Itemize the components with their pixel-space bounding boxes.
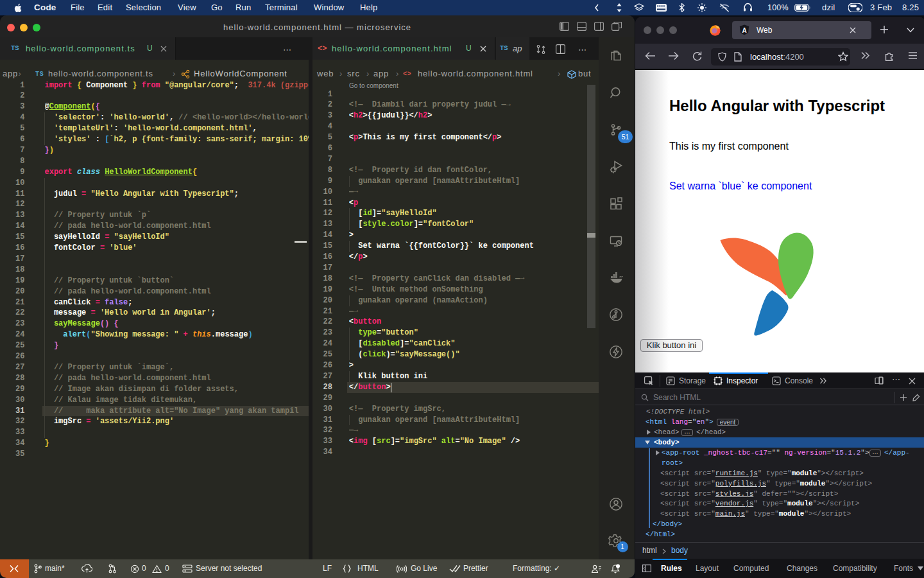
svg-text:A: A	[742, 27, 746, 34]
